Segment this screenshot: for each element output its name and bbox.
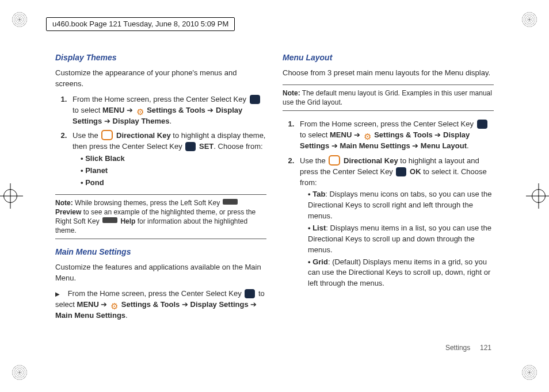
text: Grid <box>312 258 328 266</box>
note-block: Note: While browsing themes, press the L… <box>55 194 266 240</box>
body-columns: Display Themes Customize the appearance … <box>55 53 494 340</box>
left-soft-key-icon <box>223 199 238 205</box>
list-item: Pond <box>81 178 266 189</box>
center-select-key-icon <box>477 120 487 129</box>
center-select-key-icon <box>245 289 255 298</box>
list-item: Slick Black <box>81 153 266 164</box>
step-item: Use the Directional Key to highlight a l… <box>296 155 494 289</box>
list-item: Grid: (Default) Displays menu items in a… <box>308 257 494 290</box>
arrow-icon <box>354 130 363 139</box>
section-heading-main-menu-settings: Main Menu Settings <box>55 247 266 256</box>
text: : Displays menu icons on tabs, so you ca… <box>308 190 491 220</box>
text: : (Default) Displays menu items in a gri… <box>308 258 490 288</box>
text: Use the <box>300 156 327 165</box>
step-list: From the Home screen, press the Center S… <box>283 119 494 289</box>
arrow-icon <box>331 141 340 150</box>
section-heading-display-themes: Display Themes <box>55 53 266 62</box>
gear-icon: ⚙ <box>110 302 118 310</box>
footer-section: Settings <box>445 344 470 352</box>
center-select-key-icon <box>250 95 260 104</box>
cropmark-icon <box>12 364 28 381</box>
text: OK <box>410 167 421 176</box>
right-column: Menu Layout Choose from 3 preset main me… <box>283 53 494 340</box>
intro-text: Customize the appearance of your phone's… <box>55 68 266 90</box>
text: to select <box>73 106 102 114</box>
arrow-icon <box>182 300 190 309</box>
gear-icon: ⚙ <box>136 107 144 116</box>
step-item: From the Home screen, press the Center S… <box>69 94 266 127</box>
path-step: Menu Layout <box>421 141 467 150</box>
arrow-icon <box>434 130 443 139</box>
text: Use the <box>73 131 100 140</box>
text: From the Home screen, press the Center S… <box>300 120 476 128</box>
directional-key-icon <box>101 130 113 140</box>
framemaker-header: u460.book Page 121 Tuesday, June 8, 2010… <box>46 17 235 31</box>
path-step: Settings & Tools <box>147 106 205 114</box>
list-item: Tab: Displays menu icons on tabs, so you… <box>308 189 494 222</box>
step-item: From the Home screen, press the Center S… <box>296 119 494 152</box>
path-step: Settings & Tools <box>374 130 433 139</box>
theme-option-list: Slick Black Planet Pond <box>81 153 266 189</box>
note-label: Note: <box>283 89 300 97</box>
center-select-key-icon <box>185 142 196 151</box>
list-item: Planet <box>81 166 266 176</box>
right-soft-key-icon <box>102 217 117 223</box>
path-step: Main Menu Settings <box>340 141 410 150</box>
path-step: Main Menu Settings <box>55 311 125 320</box>
step-item: Use the Directional Key to highlight a d… <box>69 130 266 188</box>
page-footer: Settings 121 <box>445 344 491 352</box>
path-menu: MENU <box>330 130 352 139</box>
note-block: Note: The default menu layout is Grid. E… <box>283 84 494 111</box>
path-step: Settings & Tools <box>121 300 180 309</box>
register-mark-icon <box>0 183 23 209</box>
text: SET <box>199 142 214 151</box>
center-select-key-icon <box>396 167 406 176</box>
text: . <box>125 311 128 320</box>
intro-text: Choose from 3 preset main menu layouts f… <box>283 68 494 79</box>
cropmark-icon <box>521 364 537 381</box>
section-heading-menu-layout: Menu Layout <box>283 53 494 62</box>
text: List <box>312 224 326 232</box>
page-layout: u460.book Page 121 Tuesday, June 8, 2010… <box>0 0 549 392</box>
text: Planet <box>85 166 108 175</box>
text: : Displays menu items in a list, so you … <box>308 224 491 254</box>
text: From the Home screen, press the Center S… <box>73 95 249 103</box>
list-item: List: Displays menu items in a list, so … <box>308 223 494 256</box>
path-step: Display Themes <box>113 117 170 125</box>
path-step: Display Settings <box>190 300 249 309</box>
footer-page-number: 121 <box>480 344 491 352</box>
step-list: From the Home screen, press the Center S… <box>55 94 266 189</box>
text: . Choose from: <box>214 142 262 151</box>
arrow-icon <box>101 300 109 309</box>
register-mark-icon <box>526 183 549 209</box>
note-label: Note: <box>55 199 73 207</box>
text: The default menu layout is Grid. Example… <box>283 89 492 106</box>
gear-icon: ⚙ <box>364 132 371 141</box>
cropmark-icon <box>12 11 28 28</box>
arrow-icon <box>104 117 113 125</box>
arrow-icon <box>127 106 135 114</box>
text: Directional Key <box>116 131 171 140</box>
text: Directional Key <box>344 156 398 165</box>
arrow-icon <box>207 106 216 114</box>
step-item: From the Home screen, press the Center S… <box>55 289 266 321</box>
text: Help <box>120 217 135 225</box>
text: Tab <box>312 190 325 198</box>
path-menu: MENU <box>77 300 99 309</box>
arrow-icon <box>412 141 421 150</box>
left-column: Display Themes Customize the appearance … <box>55 53 266 340</box>
text: Slick Black <box>85 154 125 163</box>
text: to select <box>300 130 330 139</box>
path-menu: MENU <box>102 106 124 114</box>
text: While browsing themes, press the Left So… <box>75 199 222 207</box>
text: Preview <box>55 208 81 216</box>
triangle-bullet-icon <box>55 289 66 298</box>
text: From the Home screen, press the Center S… <box>68 289 244 298</box>
arrow-icon <box>250 300 257 309</box>
directional-key-icon <box>329 155 340 166</box>
intro-text: Customize the features and applications … <box>55 262 266 284</box>
layout-option-list: Tab: Displays menu icons on tabs, so you… <box>308 189 494 289</box>
cropmark-icon <box>521 11 537 28</box>
text: Pond <box>85 178 104 187</box>
